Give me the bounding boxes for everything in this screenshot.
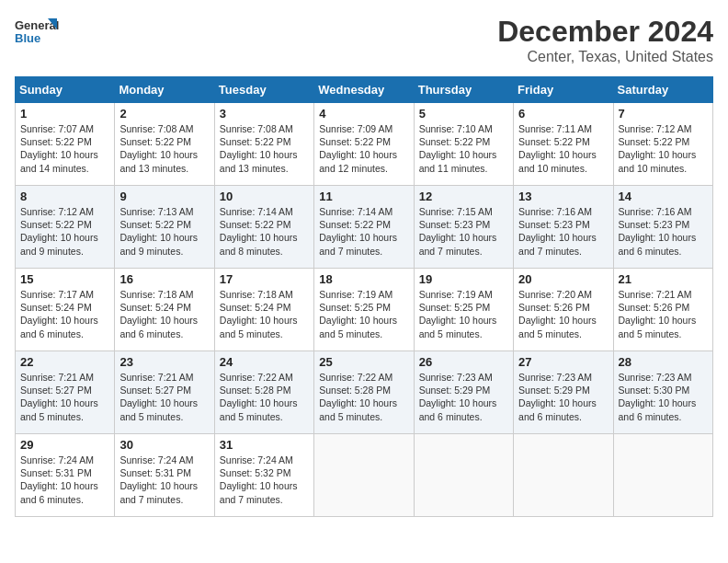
day-info: Sunrise: 7:21 AMSunset: 5:27 PMDaylight:… (119, 371, 209, 423)
calendar-cell: 11Sunrise: 7:14 AMSunset: 5:22 PMDayligh… (314, 186, 414, 269)
day-number: 22 (20, 355, 109, 369)
day-number: 13 (518, 190, 608, 203)
day-number: 26 (419, 355, 508, 369)
calendar-cell: 30Sunrise: 7:24 AMSunset: 5:31 PMDayligh… (115, 434, 214, 517)
day-number: 18 (319, 272, 408, 286)
day-info: Sunrise: 7:12 AMSunset: 5:22 PMDaylight:… (619, 122, 708, 175)
calendar-cell: 25Sunrise: 7:22 AMSunset: 5:28 PMDayligh… (314, 351, 414, 434)
calendar-cell: 24Sunrise: 7:22 AMSunset: 5:28 PMDayligh… (214, 351, 313, 434)
day-info: Sunrise: 7:24 AMSunset: 5:31 PMDaylight:… (20, 454, 109, 506)
day-info: Sunrise: 7:16 AMSunset: 5:23 PMDaylight:… (518, 205, 608, 258)
day-number: 8 (20, 190, 109, 203)
day-number: 1 (20, 107, 109, 121)
day-number: 28 (619, 355, 708, 369)
day-info: Sunrise: 7:07 AMSunset: 5:22 PMDaylight:… (20, 122, 109, 175)
day-number: 27 (518, 355, 608, 369)
calendar-cell: 20Sunrise: 7:20 AMSunset: 5:26 PMDayligh… (514, 269, 613, 351)
day-info: Sunrise: 7:10 AMSunset: 5:22 PMDaylight:… (419, 122, 508, 175)
weekday-header-thursday: Thursday (414, 77, 513, 103)
day-info: Sunrise: 7:21 AMSunset: 5:27 PMDaylight:… (20, 371, 109, 423)
calendar-cell (414, 434, 513, 517)
day-number: 3 (220, 107, 309, 121)
day-info: Sunrise: 7:18 AMSunset: 5:24 PMDaylight:… (119, 288, 209, 340)
calendar-cell: 16Sunrise: 7:18 AMSunset: 5:24 PMDayligh… (115, 269, 214, 351)
calendar-cell: 15Sunrise: 7:17 AMSunset: 5:24 PMDayligh… (16, 269, 115, 351)
day-number: 14 (619, 190, 708, 203)
calendar-cell: 14Sunrise: 7:16 AMSunset: 5:23 PMDayligh… (613, 186, 712, 269)
title-block: December 2024 Center, Texas, United Stat… (497, 15, 713, 65)
logo-svg: General Blue (15, 15, 59, 52)
day-info: Sunrise: 7:22 AMSunset: 5:28 PMDaylight:… (220, 371, 309, 423)
svg-text:Blue: Blue (15, 31, 40, 45)
weekday-header-tuesday: Tuesday (214, 77, 313, 103)
main-title: December 2024 (497, 15, 713, 49)
day-info: Sunrise: 7:14 AMSunset: 5:22 PMDaylight:… (220, 205, 309, 258)
day-number: 16 (119, 272, 209, 286)
day-info: Sunrise: 7:14 AMSunset: 5:22 PMDaylight:… (319, 205, 408, 258)
day-info: Sunrise: 7:19 AMSunset: 5:25 PMDaylight:… (419, 288, 508, 340)
day-info: Sunrise: 7:08 AMSunset: 5:22 PMDaylight:… (220, 122, 309, 175)
day-info: Sunrise: 7:23 AMSunset: 5:29 PMDaylight:… (518, 371, 608, 423)
calendar-cell: 27Sunrise: 7:23 AMSunset: 5:29 PMDayligh… (514, 351, 613, 434)
day-info: Sunrise: 7:12 AMSunset: 5:22 PMDaylight:… (20, 205, 109, 258)
day-number: 15 (20, 272, 109, 286)
day-number: 9 (119, 190, 209, 203)
day-info: Sunrise: 7:24 AMSunset: 5:32 PMDaylight:… (220, 454, 309, 506)
day-number: 2 (119, 107, 209, 121)
day-info: Sunrise: 7:08 AMSunset: 5:22 PMDaylight:… (119, 122, 209, 175)
day-number: 10 (220, 190, 309, 203)
day-info: Sunrise: 7:23 AMSunset: 5:29 PMDaylight:… (419, 371, 508, 423)
calendar-table: SundayMondayTuesdayWednesdayThursdayFrid… (15, 76, 713, 517)
day-info: Sunrise: 7:15 AMSunset: 5:23 PMDaylight:… (419, 205, 508, 258)
day-number: 11 (319, 190, 408, 203)
day-info: Sunrise: 7:22 AMSunset: 5:28 PMDaylight:… (319, 371, 408, 423)
day-number: 7 (619, 107, 708, 121)
calendar-cell: 17Sunrise: 7:18 AMSunset: 5:24 PMDayligh… (214, 269, 313, 351)
day-info: Sunrise: 7:24 AMSunset: 5:31 PMDaylight:… (119, 454, 209, 506)
subtitle: Center, Texas, United States (497, 49, 713, 65)
calendar-cell: 2Sunrise: 7:08 AMSunset: 5:22 PMDaylight… (115, 103, 214, 186)
day-info: Sunrise: 7:20 AMSunset: 5:26 PMDaylight:… (518, 288, 608, 340)
day-number: 29 (20, 438, 109, 452)
calendar-cell: 9Sunrise: 7:13 AMSunset: 5:22 PMDaylight… (115, 186, 214, 269)
day-number: 24 (220, 355, 309, 369)
weekday-header-sunday: Sunday (16, 77, 115, 103)
day-number: 30 (119, 438, 209, 452)
day-number: 23 (119, 355, 209, 369)
day-info: Sunrise: 7:09 AMSunset: 5:22 PMDaylight:… (319, 122, 408, 175)
calendar-cell: 5Sunrise: 7:10 AMSunset: 5:22 PMDaylight… (414, 103, 513, 186)
calendar-cell: 31Sunrise: 7:24 AMSunset: 5:32 PMDayligh… (214, 434, 313, 517)
day-info: Sunrise: 7:17 AMSunset: 5:24 PMDaylight:… (20, 288, 109, 340)
weekday-header-friday: Friday (514, 77, 613, 103)
day-info: Sunrise: 7:21 AMSunset: 5:26 PMDaylight:… (619, 288, 708, 340)
calendar-cell: 6Sunrise: 7:11 AMSunset: 5:22 PMDaylight… (514, 103, 613, 186)
calendar-cell: 28Sunrise: 7:23 AMSunset: 5:30 PMDayligh… (613, 351, 712, 434)
calendar-cell: 18Sunrise: 7:19 AMSunset: 5:25 PMDayligh… (314, 269, 414, 351)
day-info: Sunrise: 7:16 AMSunset: 5:23 PMDaylight:… (619, 205, 708, 258)
day-number: 12 (419, 190, 508, 203)
calendar-cell: 12Sunrise: 7:15 AMSunset: 5:23 PMDayligh… (414, 186, 513, 269)
day-info: Sunrise: 7:23 AMSunset: 5:30 PMDaylight:… (619, 371, 708, 423)
day-number: 4 (319, 107, 408, 121)
day-number: 6 (518, 107, 608, 121)
calendar-cell: 1Sunrise: 7:07 AMSunset: 5:22 PMDaylight… (16, 103, 115, 186)
day-info: Sunrise: 7:18 AMSunset: 5:24 PMDaylight:… (220, 288, 309, 340)
calendar-cell: 26Sunrise: 7:23 AMSunset: 5:29 PMDayligh… (414, 351, 513, 434)
calendar-cell: 3Sunrise: 7:08 AMSunset: 5:22 PMDaylight… (214, 103, 313, 186)
day-info: Sunrise: 7:13 AMSunset: 5:22 PMDaylight:… (119, 205, 209, 258)
page-header: General Blue December 2024 Center, Texas… (15, 15, 713, 65)
day-number: 5 (419, 107, 508, 121)
calendar-cell: 13Sunrise: 7:16 AMSunset: 5:23 PMDayligh… (514, 186, 613, 269)
calendar-cell: 7Sunrise: 7:12 AMSunset: 5:22 PMDaylight… (613, 103, 712, 186)
calendar-cell: 22Sunrise: 7:21 AMSunset: 5:27 PMDayligh… (16, 351, 115, 434)
day-number: 21 (619, 272, 708, 286)
day-number: 17 (220, 272, 309, 286)
calendar-cell (514, 434, 613, 517)
calendar-cell: 19Sunrise: 7:19 AMSunset: 5:25 PMDayligh… (414, 269, 513, 351)
logo: General Blue (15, 15, 59, 52)
day-info: Sunrise: 7:11 AMSunset: 5:22 PMDaylight:… (518, 122, 608, 175)
calendar-cell: 8Sunrise: 7:12 AMSunset: 5:22 PMDaylight… (16, 186, 115, 269)
day-number: 31 (220, 438, 309, 452)
weekday-header-monday: Monday (115, 77, 214, 103)
calendar-cell (613, 434, 712, 517)
